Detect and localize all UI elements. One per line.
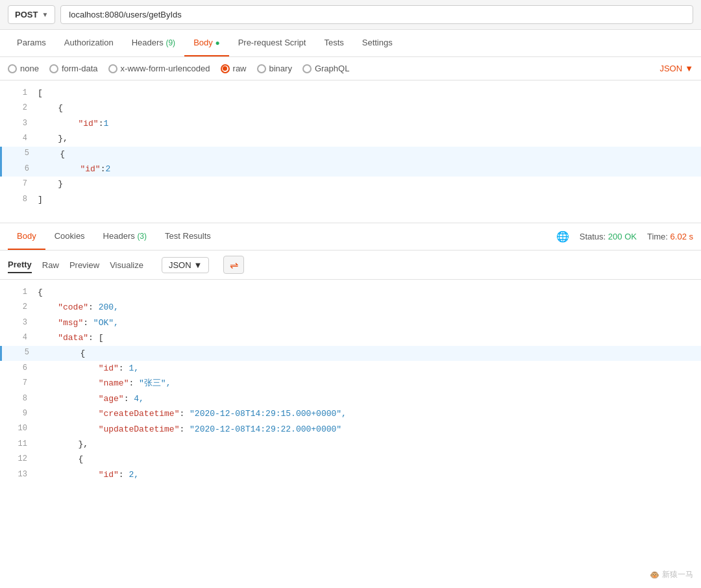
response-status: 🌐 Status: 200 OK Time: 6.02 s <box>556 230 693 243</box>
option-none[interactable]: none <box>8 64 39 73</box>
resp-line-13: 13 "id": 2, <box>0 467 701 482</box>
resp-line-6: 6 "id": 1, <box>0 361 701 376</box>
method-select[interactable]: POST ▼ <box>8 5 55 24</box>
body-options: none form-data x-www-form-urlencoded raw… <box>0 57 701 80</box>
view-tab-raw[interactable]: Raw <box>42 258 59 273</box>
resp-tab-headers[interactable]: Headers (3) <box>94 223 156 250</box>
request-tabs: Params Authorization Headers (9) Body ● … <box>0 30 701 57</box>
resp-line-12: 12 { <box>0 452 701 467</box>
resp-line-2: 2 "code": 200, <box>0 300 701 315</box>
req-line-6: 6 "id":2 <box>0 162 701 177</box>
radio-form-data <box>49 64 58 73</box>
json-format-chevron: ▼ <box>194 260 203 270</box>
req-line-4: 4 }, <box>0 131 701 146</box>
json-chevron: ▼ <box>685 64 693 73</box>
radio-graphql <box>302 64 312 73</box>
radio-none <box>8 64 17 73</box>
url-input[interactable] <box>60 5 693 24</box>
json-format-button[interactable]: JSON ▼ <box>162 257 210 273</box>
option-urlencoded[interactable]: x-www-form-urlencoded <box>108 64 210 73</box>
resp-line-9: 9 "createDatetime": "2020-12-08T14:29:15… <box>0 406 701 421</box>
option-binary[interactable]: binary <box>257 64 292 73</box>
tab-params[interactable]: Params <box>8 30 55 56</box>
req-line-5: 5 { <box>0 147 701 162</box>
response-view-tabs: Pretty Raw Preview Visualize JSON ▼ ⇌ <box>0 251 701 280</box>
status-value: 200 OK <box>608 232 637 241</box>
headers-badge: (9) <box>166 38 175 47</box>
resp-line-5: 5 { <box>0 346 701 361</box>
option-raw[interactable]: raw <box>221 64 247 73</box>
wrap-icon: ⇌ <box>230 259 238 271</box>
req-line-7: 7 } <box>0 177 701 191</box>
wrap-button[interactable]: ⇌ <box>223 256 244 274</box>
resp-headers-badge: (3) <box>137 232 147 241</box>
view-tab-visualize[interactable]: Visualize <box>110 258 143 273</box>
response-tabs-bar: Body Cookies Headers (3) Test Results 🌐 … <box>0 223 701 251</box>
url-bar: POST ▼ <box>0 0 701 30</box>
method-chevron: ▼ <box>42 11 48 18</box>
resp-line-4: 4 "data": [ <box>0 330 701 345</box>
resp-line-1: 1 { <box>0 285 701 300</box>
resp-tab-cookies[interactable]: Cookies <box>45 223 94 250</box>
method-label: POST <box>15 10 38 19</box>
tab-tests[interactable]: Tests <box>315 30 352 56</box>
view-tab-pretty[interactable]: Pretty <box>8 257 32 273</box>
req-line-8: 8 ] <box>0 192 701 207</box>
resp-line-3: 3 "msg": "OK", <box>0 315 701 330</box>
radio-binary <box>257 64 266 73</box>
view-tab-preview[interactable]: Preview <box>69 258 99 273</box>
tab-settings[interactable]: Settings <box>353 30 402 56</box>
resp-line-11: 11 }, <box>0 437 701 452</box>
req-line-2: 2 { <box>0 101 701 116</box>
resp-tab-body[interactable]: Body <box>8 223 45 250</box>
tab-headers[interactable]: Headers (9) <box>123 30 184 56</box>
response-body-editor: 1 { 2 "code": 200, 3 "msg": "OK", 4 "dat… <box>0 280 701 487</box>
radio-raw <box>221 64 230 73</box>
req-line-1: 1 [ <box>0 86 701 101</box>
json-format-dropdown[interactable]: JSON ▼ <box>659 64 693 73</box>
tab-body[interactable]: Body ● <box>184 30 229 56</box>
tab-prerequest[interactable]: Pre-request Script <box>229 30 315 56</box>
globe-icon: 🌐 <box>556 230 569 243</box>
option-form-data[interactable]: form-data <box>49 64 98 73</box>
resp-line-7: 7 "name": "张三", <box>0 376 701 391</box>
radio-urlencoded <box>108 64 117 73</box>
resp-tab-testresults[interactable]: Test Results <box>156 223 220 250</box>
resp-line-8: 8 "age": 4, <box>0 391 701 406</box>
time-value: 6.02 s <box>670 232 693 241</box>
body-badge: ● <box>215 38 219 47</box>
tab-authorization[interactable]: Authorization <box>55 30 123 56</box>
resp-line-10: 10 "updateDatetime": "2020-12-08T14:29:2… <box>0 422 701 437</box>
req-line-3: 3 "id":1 <box>0 116 701 131</box>
request-body-editor[interactable]: 1 [ 2 { 3 "id":1 4 }, 5 { 6 "id":2 7 } 8… <box>0 80 701 223</box>
option-graphql[interactable]: GraphQL <box>302 64 349 73</box>
